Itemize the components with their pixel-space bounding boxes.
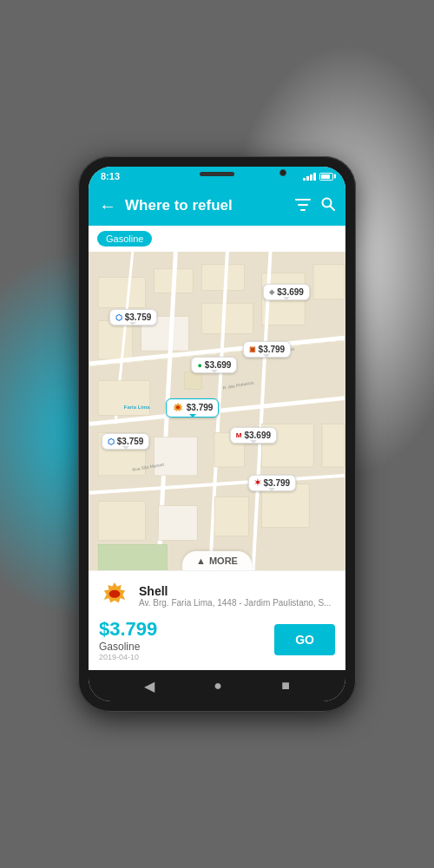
marker-price-3: $3.699 — [205, 360, 232, 370]
marker-brand-icon-6: ⬡ — [108, 437, 115, 446]
station-address: Av. Brg. Faria Lima, 1448 - Jardim Pauli… — [139, 598, 335, 608]
phone-frame: 8:13 ← Where to refuel — [78, 156, 356, 712]
price-marker-4[interactable]: ▣ $3.799 — [243, 341, 292, 358]
station-info: Shell Av. Brg. Faria Lima, 1448 - Jardim… — [139, 584, 335, 608]
svg-line-4 — [331, 206, 335, 210]
station-header: Shell Av. Brg. Faria Lima, 1448 - Jardim… — [99, 580, 335, 611]
marker-brand-icon-4: ▣ — [249, 345, 256, 353]
svg-point-42 — [109, 590, 121, 598]
more-chevron-icon: ▲ — [196, 556, 206, 566]
map-area[interactable]: Av. Eusébio Matoso Rua São Manoel R. dos… — [89, 252, 345, 570]
battery-icon — [319, 173, 333, 181]
marker-brand-icon-3: ● — [197, 361, 201, 370]
svg-rect-2 — [300, 209, 306, 211]
camera — [279, 169, 286, 176]
marker-price-8: $3.799 — [264, 478, 291, 488]
svg-rect-8 — [201, 265, 245, 291]
page-title: Where to refuel — [125, 197, 286, 214]
svg-rect-23 — [184, 372, 201, 390]
speaker — [200, 172, 234, 176]
nav-home-button[interactable]: ● — [214, 678, 222, 694]
station-logo — [99, 580, 130, 611]
gasoline-chip[interactable]: Gasoline — [97, 231, 152, 247]
svg-rect-30 — [159, 506, 198, 541]
marker-price-1: $3.759 — [125, 312, 152, 322]
back-button[interactable]: ← — [99, 196, 116, 216]
price-marker-5[interactable]: $3.799 — [166, 398, 220, 418]
price-marker-1[interactable]: ⬡ $3.759 — [109, 309, 158, 326]
price-marker-6[interactable]: ⬡ $3.759 — [102, 433, 150, 450]
svg-rect-29 — [98, 502, 146, 541]
more-button[interactable]: ▲ MORE — [182, 551, 252, 570]
nav-back-button[interactable]: ◀ — [144, 678, 155, 694]
app-bar-actions — [295, 197, 335, 215]
marker-brand-icon-2: ◈ — [269, 288, 274, 296]
station-price-row: $3.799 Gasoline 2019-04-10 GO — [99, 615, 335, 663]
marker-price-4: $3.799 — [259, 345, 286, 354]
nav-bar: ◀ ● ■ — [89, 670, 345, 701]
svg-rect-25 — [155, 437, 198, 476]
signal-icon — [303, 173, 316, 181]
fuel-type: Gasoline — [99, 641, 157, 653]
filter-row: Gasoline — [89, 226, 345, 252]
app-bar: ← Where to refuel — [89, 186, 345, 226]
svg-rect-28 — [322, 424, 345, 467]
price-marker-3[interactable]: ● $3.699 — [191, 357, 237, 373]
marker-brand-icon-7: M — [236, 431, 242, 439]
status-bar: 8:13 — [89, 167, 345, 186]
svg-text:Faria Lima: Faria Lima — [124, 404, 150, 410]
svg-rect-0 — [295, 199, 311, 201]
svg-rect-9 — [98, 320, 133, 359]
station-card: Shell Av. Brg. Faria Lima, 1448 - Jardim… — [89, 570, 345, 670]
svg-rect-6 — [98, 278, 146, 308]
svg-rect-1 — [298, 204, 308, 206]
marker-brand-icon-1: ⬡ — [115, 313, 122, 322]
go-button[interactable]: GO — [274, 624, 335, 655]
filter-icon[interactable] — [295, 197, 311, 215]
station-name: Shell — [139, 584, 335, 598]
svg-rect-13 — [313, 265, 345, 299]
marker-price-7: $3.699 — [244, 431, 271, 440]
svg-point-40 — [176, 405, 180, 409]
status-icons — [303, 173, 333, 181]
shell-marker-icon — [172, 402, 184, 414]
marker-brand-icon-8: ✶ — [254, 478, 261, 487]
svg-rect-11 — [201, 304, 253, 334]
marker-price-6: $3.759 — [117, 437, 144, 446]
price-value: $3.799 — [99, 618, 157, 641]
search-icon[interactable] — [321, 197, 335, 215]
price-info: $3.799 Gasoline 2019-04-10 — [99, 618, 157, 661]
marker-price-5: $3.799 — [187, 403, 214, 412]
svg-rect-33 — [98, 544, 167, 570]
svg-rect-31 — [214, 497, 249, 536]
nav-recents-button[interactable]: ■ — [281, 678, 290, 694]
screen: 8:13 ← Where to refuel — [89, 167, 345, 701]
price-marker-2[interactable]: ◈ $3.699 — [263, 284, 310, 300]
marker-price-2: $3.699 — [277, 287, 304, 297]
status-time: 8:13 — [101, 171, 120, 181]
price-date: 2019-04-10 — [99, 653, 157, 661]
more-label: MORE — [209, 556, 238, 566]
svg-rect-22 — [98, 381, 150, 416]
price-marker-8[interactable]: ✶ $3.799 — [248, 475, 297, 491]
price-marker-7[interactable]: M $3.699 — [230, 427, 277, 444]
